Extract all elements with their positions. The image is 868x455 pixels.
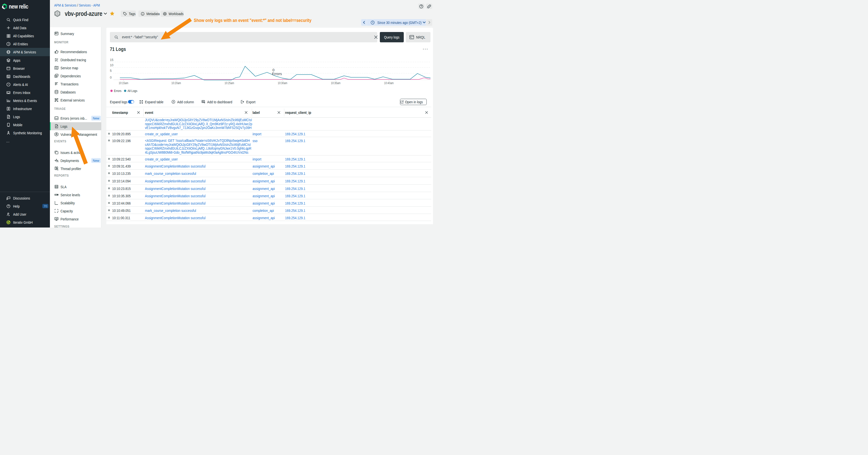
svg-text:10:25am: 10:25am <box>224 82 234 85</box>
svg-text:10:30am: 10:30am <box>278 82 287 85</box>
svg-text:0: 0 <box>273 68 275 72</box>
svg-text:10: 10 <box>110 64 114 67</box>
svg-text:0: 0 <box>110 76 112 79</box>
svg-text:5: 5 <box>110 69 112 72</box>
svg-text:10:15am: 10:15am <box>119 82 128 85</box>
svg-text:10:40am: 10:40am <box>384 82 394 85</box>
svg-text:10:20am: 10:20am <box>172 82 181 85</box>
svg-text:10:35am: 10:35am <box>331 82 341 85</box>
svg-text:Errors: Errors <box>272 72 282 76</box>
svg-text:15: 15 <box>110 58 114 62</box>
